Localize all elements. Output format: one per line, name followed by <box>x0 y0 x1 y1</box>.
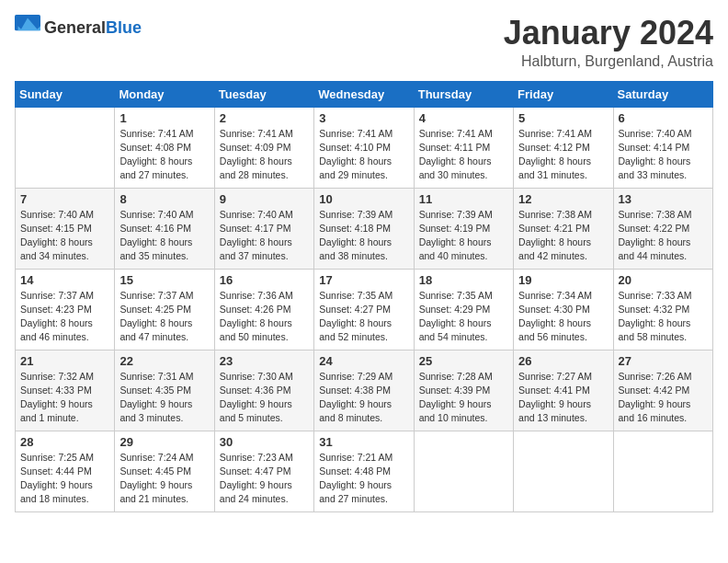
day-cell: 4 Sunrise: 7:41 AMSunset: 4:11 PMDayligh… <box>414 107 513 188</box>
day-info: Sunrise: 7:29 AMSunset: 4:38 PMDaylight:… <box>319 370 408 426</box>
day-number: 24 <box>319 354 408 368</box>
svg-rect-2 <box>15 31 40 41</box>
day-info: Sunrise: 7:38 AMSunset: 4:21 PMDaylight:… <box>518 208 608 264</box>
logo-text-general: General <box>44 18 106 37</box>
calendar-table: Sunday Monday Tuesday Wednesday Thursday… <box>15 81 713 512</box>
day-info: Sunrise: 7:39 AMSunset: 4:18 PMDaylight:… <box>319 208 408 264</box>
day-number: 19 <box>518 273 608 287</box>
day-cell: 17 Sunrise: 7:35 AMSunset: 4:27 PMDaylig… <box>314 269 414 350</box>
day-number: 1 <box>119 111 209 125</box>
day-cell: 30 Sunrise: 7:23 AMSunset: 4:47 PMDaylig… <box>214 431 313 511</box>
day-number: 23 <box>220 354 309 368</box>
day-cell: 15 Sunrise: 7:37 AMSunset: 4:25 PMDaylig… <box>115 269 214 350</box>
day-cell: 14 Sunrise: 7:37 AMSunset: 4:23 PMDaylig… <box>16 269 115 350</box>
day-number: 11 <box>419 192 508 206</box>
day-number: 26 <box>518 354 608 368</box>
day-info: Sunrise: 7:41 AMSunset: 4:11 PMDaylight:… <box>419 127 508 183</box>
day-cell: 8 Sunrise: 7:40 AMSunset: 4:16 PMDayligh… <box>115 188 214 269</box>
day-info: Sunrise: 7:39 AMSunset: 4:19 PMDaylight:… <box>419 208 508 264</box>
week-row-0: 1 Sunrise: 7:41 AMSunset: 4:08 PMDayligh… <box>16 107 713 188</box>
day-number: 28 <box>20 435 109 449</box>
day-number: 17 <box>319 273 408 287</box>
day-info: Sunrise: 7:40 AMSunset: 4:17 PMDaylight:… <box>220 208 309 264</box>
day-number: 13 <box>619 192 708 206</box>
day-info: Sunrise: 7:40 AMSunset: 4:14 PMDaylight:… <box>619 127 708 183</box>
day-cell: 23 Sunrise: 7:30 AMSunset: 4:36 PMDaylig… <box>214 350 313 431</box>
day-number: 25 <box>419 354 508 368</box>
day-number: 8 <box>119 192 209 206</box>
day-info: Sunrise: 7:41 AMSunset: 4:12 PMDaylight:… <box>518 127 608 183</box>
day-number: 22 <box>119 354 209 368</box>
day-cell: 20 Sunrise: 7:33 AMSunset: 4:32 PMDaylig… <box>613 269 712 350</box>
day-cell: 7 Sunrise: 7:40 AMSunset: 4:15 PMDayligh… <box>16 188 115 269</box>
day-cell: 19 Sunrise: 7:34 AMSunset: 4:30 PMDaylig… <box>514 269 613 350</box>
day-info: Sunrise: 7:24 AMSunset: 4:45 PMDaylight:… <box>119 451 209 507</box>
day-number: 30 <box>220 435 309 449</box>
day-info: Sunrise: 7:31 AMSunset: 4:35 PMDaylight:… <box>119 370 209 426</box>
day-number: 29 <box>119 435 209 449</box>
day-number: 16 <box>220 273 309 287</box>
month-title: January 2024 <box>504 15 713 52</box>
day-number: 4 <box>419 111 508 125</box>
title-area: January 2024 Halbturn, Burgenland, Austr… <box>504 15 713 70</box>
day-info: Sunrise: 7:41 AMSunset: 4:09 PMDaylight:… <box>220 127 309 183</box>
day-info: Sunrise: 7:27 AMSunset: 4:41 PMDaylight:… <box>518 370 608 426</box>
col-wednesday: Wednesday <box>314 81 414 107</box>
day-cell: 10 Sunrise: 7:39 AMSunset: 4:18 PMDaylig… <box>314 188 414 269</box>
day-number: 14 <box>20 273 109 287</box>
day-cell: 9 Sunrise: 7:40 AMSunset: 4:17 PMDayligh… <box>214 188 313 269</box>
day-cell <box>613 431 712 511</box>
day-cell: 5 Sunrise: 7:41 AMSunset: 4:12 PMDayligh… <box>514 107 613 188</box>
day-info: Sunrise: 7:36 AMSunset: 4:26 PMDaylight:… <box>220 289 309 345</box>
day-number: 5 <box>518 111 608 125</box>
day-cell: 18 Sunrise: 7:35 AMSunset: 4:29 PMDaylig… <box>414 269 513 350</box>
day-cell: 22 Sunrise: 7:31 AMSunset: 4:35 PMDaylig… <box>115 350 214 431</box>
day-info: Sunrise: 7:40 AMSunset: 4:15 PMDaylight:… <box>20 208 109 264</box>
day-cell <box>16 107 115 188</box>
day-cell: 25 Sunrise: 7:28 AMSunset: 4:39 PMDaylig… <box>414 350 513 431</box>
day-cell: 3 Sunrise: 7:41 AMSunset: 4:10 PMDayligh… <box>314 107 414 188</box>
logo-text-blue: Blue <box>106 18 142 37</box>
day-number: 9 <box>220 192 309 206</box>
day-number: 2 <box>220 111 309 125</box>
day-cell: 6 Sunrise: 7:40 AMSunset: 4:14 PMDayligh… <box>613 107 712 188</box>
day-info: Sunrise: 7:41 AMSunset: 4:10 PMDaylight:… <box>319 127 408 183</box>
day-number: 31 <box>319 435 408 449</box>
day-cell: 2 Sunrise: 7:41 AMSunset: 4:09 PMDayligh… <box>214 107 313 188</box>
day-info: Sunrise: 7:23 AMSunset: 4:47 PMDaylight:… <box>220 451 309 507</box>
col-monday: Monday <box>115 81 214 107</box>
day-cell: 27 Sunrise: 7:26 AMSunset: 4:42 PMDaylig… <box>613 350 712 431</box>
col-tuesday: Tuesday <box>214 81 313 107</box>
logo: GeneralBlue <box>15 15 142 40</box>
day-info: Sunrise: 7:28 AMSunset: 4:39 PMDaylight:… <box>419 370 508 426</box>
day-info: Sunrise: 7:32 AMSunset: 4:33 PMDaylight:… <box>20 370 109 426</box>
day-cell: 1 Sunrise: 7:41 AMSunset: 4:08 PMDayligh… <box>115 107 214 188</box>
location-title: Halbturn, Burgenland, Austria <box>504 53 713 70</box>
day-info: Sunrise: 7:40 AMSunset: 4:16 PMDaylight:… <box>119 208 209 264</box>
day-info: Sunrise: 7:38 AMSunset: 4:22 PMDaylight:… <box>619 208 708 264</box>
day-number: 7 <box>20 192 109 206</box>
day-cell: 29 Sunrise: 7:24 AMSunset: 4:45 PMDaylig… <box>115 431 214 511</box>
day-number: 18 <box>419 273 508 287</box>
day-info: Sunrise: 7:37 AMSunset: 4:25 PMDaylight:… <box>119 289 209 345</box>
day-info: Sunrise: 7:34 AMSunset: 4:30 PMDaylight:… <box>518 289 608 345</box>
day-cell: 13 Sunrise: 7:38 AMSunset: 4:22 PMDaylig… <box>613 188 712 269</box>
day-info: Sunrise: 7:30 AMSunset: 4:36 PMDaylight:… <box>220 370 309 426</box>
day-info: Sunrise: 7:26 AMSunset: 4:42 PMDaylight:… <box>619 370 708 426</box>
header-row: Sunday Monday Tuesday Wednesday Thursday… <box>16 81 713 107</box>
day-cell: 24 Sunrise: 7:29 AMSunset: 4:38 PMDaylig… <box>314 350 414 431</box>
col-saturday: Saturday <box>613 81 712 107</box>
week-row-4: 28 Sunrise: 7:25 AMSunset: 4:44 PMDaylig… <box>16 431 713 511</box>
day-number: 27 <box>619 354 708 368</box>
day-cell: 28 Sunrise: 7:25 AMSunset: 4:44 PMDaylig… <box>16 431 115 511</box>
day-info: Sunrise: 7:25 AMSunset: 4:44 PMDaylight:… <box>20 451 109 507</box>
day-number: 21 <box>20 354 109 368</box>
day-number: 20 <box>619 273 708 287</box>
col-friday: Friday <box>514 81 613 107</box>
header: GeneralBlue January 2024 Halbturn, Burge… <box>15 15 713 70</box>
day-number: 15 <box>119 273 209 287</box>
day-cell: 21 Sunrise: 7:32 AMSunset: 4:33 PMDaylig… <box>16 350 115 431</box>
day-number: 10 <box>319 192 408 206</box>
day-info: Sunrise: 7:37 AMSunset: 4:23 PMDaylight:… <box>20 289 109 345</box>
logo-icon <box>15 15 40 40</box>
